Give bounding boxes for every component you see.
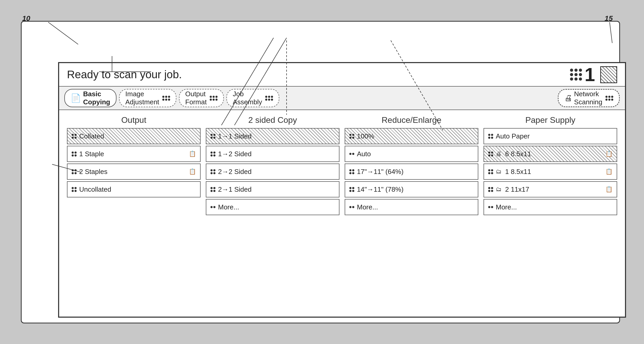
staple1-dots (72, 152, 77, 156)
paper-more-dots (488, 206, 493, 208)
1to1-dots (210, 134, 215, 139)
btn-auto-paper-label: Auto Paper (496, 132, 530, 140)
2to2-dots (210, 169, 215, 174)
status-bar: Ready to scan your job. (59, 63, 625, 87)
paper-supply-title: Paper Supply (484, 115, 617, 125)
btn-2to2sided[interactable]: 2→2 Sided (206, 164, 339, 180)
staple2-dots (72, 169, 77, 174)
btn-paper-more[interactable]: More... (484, 199, 617, 215)
btn-collated-label: Collated (79, 132, 104, 140)
tab-basic-label-wrap: Basic Copying (83, 90, 110, 106)
btn-2staples[interactable]: 2 Staples 📋 (67, 164, 201, 180)
100pct-dots (349, 134, 354, 139)
copy-count-box: 1 (570, 65, 595, 84)
tab-job-label: Job (233, 90, 262, 98)
staple2-doc-icon: 📋 (189, 168, 196, 175)
tab-output-label: Output (185, 90, 207, 98)
outer-frame: Ready to scan your job. (21, 21, 620, 323)
btn-1to2sided[interactable]: 1→2 Sided (206, 146, 339, 162)
paper-icon (600, 66, 617, 83)
tray2-tray-icon: 🗂 (496, 186, 501, 193)
tray2-doc-icon: 📋 (605, 186, 612, 193)
reduce-enlarge-title: Reduce/Enlarge (345, 115, 478, 125)
btn-64pct-label: 17"→11" (64%) (357, 168, 404, 176)
copy-count: 1 (585, 65, 595, 84)
btn-2to1sided-label: 2→1 Sided (218, 185, 252, 194)
tab-output-dots (210, 96, 218, 101)
tab-output-label2: Format (185, 98, 207, 106)
tab-network-scanning[interactable]: 🖨 Network Scanning (558, 89, 620, 107)
btn-100pct[interactable]: 100% (345, 128, 478, 144)
btn-collated[interactable]: Collated (67, 128, 201, 144)
auto-paper-dots (488, 134, 493, 139)
btn-2to1sided[interactable]: 2→1 Sided (206, 181, 339, 197)
section-reduce-enlarge: Reduce/Enlarge 100% (345, 115, 478, 311)
btn-tray1[interactable]: 🗂 1 8.5x11 📋 (484, 164, 617, 180)
section-2sided: 2 sided Copy 1→1 Sided (206, 115, 339, 311)
tray6-doc-icon: 📋 (605, 150, 612, 157)
btn-tray6-label: 6 8.5x11 (505, 150, 531, 158)
auto-zoom-dots (349, 153, 354, 155)
tab-image-label: Image (125, 90, 159, 98)
btn-tray2[interactable]: 🗂 2 11x17 📋 (484, 181, 617, 197)
zoom-more-dots (349, 206, 354, 208)
tray1-doc-icon: 📋 (605, 168, 612, 175)
tab-image-label2: Adjustment (125, 98, 159, 106)
section-paper-supply: Paper Supply Auto Paper (484, 115, 617, 311)
section-output: Output Collated (67, 115, 201, 311)
btn-78pct[interactable]: 14"→11" (78%) (345, 181, 478, 197)
btn-tray6[interactable]: 🖨 6 8.5x11 📋 (484, 146, 617, 162)
btn-uncollated[interactable]: Uncollated (67, 181, 201, 197)
tab-job-dots (265, 96, 273, 101)
tab-image-dots (162, 96, 170, 101)
tab-output-label-wrap: Output Format (185, 90, 207, 106)
2sided-title: 2 sided Copy (206, 115, 339, 125)
tab-network-label-wrap: Network Scanning (574, 90, 602, 106)
content-area: Output Collated (59, 110, 625, 317)
ui-panel: Ready to scan your job. (58, 62, 626, 318)
btn-uncollated-label: Uncollated (79, 185, 111, 194)
btn-2staples-label: 2 Staples (79, 168, 107, 176)
tab-output-format[interactable]: Output Format (179, 89, 224, 107)
tab-basic-label2: Copying (83, 98, 110, 106)
tab-basic-icon: 📄 (71, 93, 81, 103)
tab-job-label2: Assembly (233, 98, 262, 106)
btn-78pct-label: 14"→11" (78%) (357, 185, 404, 194)
tab-image-label-wrap: Image Adjustment (125, 90, 159, 106)
btn-paper-more-label: More... (496, 203, 517, 211)
btn-1to1sided[interactable]: 1→1 Sided (206, 128, 339, 144)
btn-auto-zoom[interactable]: Auto (345, 146, 478, 162)
btn-zoom-more-label: More... (357, 203, 378, 211)
tab-network-dots (605, 96, 613, 101)
btn-zoom-more[interactable]: More... (345, 199, 478, 215)
btn-1staple[interactable]: 1 Staple 📋 (67, 146, 201, 162)
64pct-dots (349, 169, 354, 174)
btn-1staple-label: 1 Staple (79, 150, 104, 158)
collated-dots (72, 134, 77, 139)
tab-job-label-wrap: Job Assembly (233, 90, 262, 106)
btn-64pct[interactable]: 17"→11" (64%) (345, 164, 478, 180)
tray6-tray-icon: 🖨 (496, 150, 501, 157)
btn-1to2sided-label: 1→2 Sided (218, 150, 252, 158)
btn-auto-zoom-label: Auto (357, 150, 371, 158)
tray6-dots (488, 152, 493, 156)
tab-basic-copying[interactable]: 📄 Basic Copying (64, 89, 116, 107)
tray1-tray-icon: 🗂 (496, 168, 501, 175)
2sided-more-dots (210, 206, 215, 208)
status-message: Ready to scan your job. (67, 68, 182, 81)
tray1-dots (488, 169, 493, 174)
tab-basic-label: Basic (83, 90, 101, 98)
btn-auto-paper[interactable]: Auto Paper (484, 128, 617, 144)
tab-network-label2: Scanning (574, 98, 602, 106)
tab-job-assembly[interactable]: Job Assembly (226, 89, 279, 107)
uncollated-dots (72, 187, 77, 192)
btn-100pct-label: 100% (357, 132, 374, 140)
copy-dot-grid (570, 69, 582, 81)
btn-2sided-more[interactable]: More... (206, 199, 339, 215)
btn-1to1sided-label: 1→1 Sided (218, 132, 252, 140)
1to2-dots (210, 152, 215, 156)
btn-tray1-label: 1 8.5x11 (505, 168, 531, 176)
btn-2sided-more-label: More... (218, 203, 239, 211)
tab-image-adjustment[interactable]: Image Adjustment (119, 89, 176, 107)
tab-bar: 📄 Basic Copying Image Adjustment (59, 87, 625, 110)
